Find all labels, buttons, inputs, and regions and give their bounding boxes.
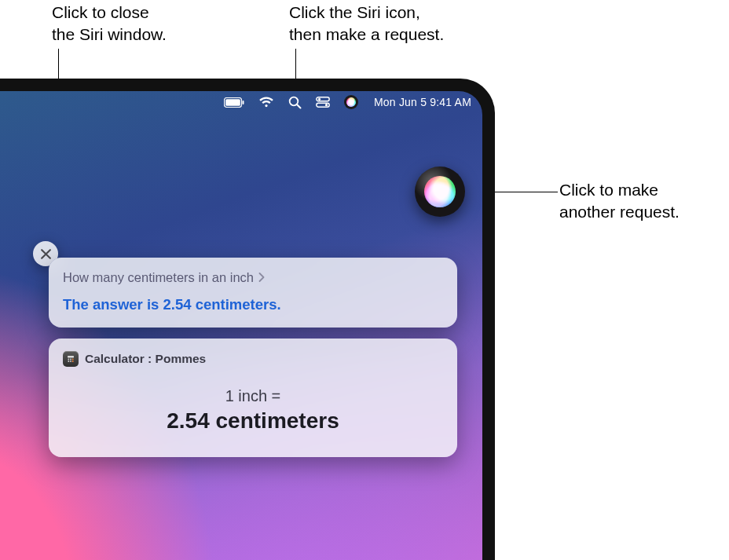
siri-orb-button[interactable] (415, 167, 465, 217)
spotlight-icon[interactable] (288, 91, 302, 113)
svg-rect-12 (68, 356, 74, 357)
callout-menu-siri: Click the Siri icon,then make a request. (289, 2, 444, 46)
battery-icon[interactable] (224, 91, 244, 113)
calculator-card-header: Calculator : Pommes (63, 351, 443, 367)
callout-siri-orb: Click to makeanother request. (559, 179, 680, 224)
calc-line-2: 2.54 centimeters (63, 408, 443, 434)
control-center-icon[interactable] (316, 91, 330, 113)
siri-menu-icon[interactable] (344, 91, 358, 113)
svg-point-14 (70, 359, 71, 361)
siri-icon (424, 176, 456, 207)
siri-answer-text: The answer is 2.54 centimeters. (63, 296, 443, 313)
siri-results: How many centimeters in an inch The answ… (49, 258, 457, 457)
svg-point-6 (318, 98, 321, 101)
svg-point-15 (72, 359, 74, 361)
calc-line-1: 1 inch = (63, 387, 443, 405)
svg-line-4 (297, 104, 300, 108)
callout-close-siri: Click to closethe Siri window. (52, 2, 167, 46)
desktop: Mon Jun 5 9:41 AM How many centimeters i… (0, 91, 482, 560)
callout-text: Click to closethe Siri window. (52, 3, 167, 43)
device-frame: Mon Jun 5 9:41 AM How many centimeters i… (0, 79, 495, 560)
callout-text: Click the Siri icon,then make a request. (289, 3, 444, 43)
svg-rect-2 (242, 101, 244, 104)
siri-answer-card: How many centimeters in an inch The answ… (49, 258, 457, 328)
calculator-card: Calculator : Pommes 1 inch = 2.54 centim… (49, 339, 457, 457)
svg-rect-1 (225, 99, 240, 106)
svg-point-17 (70, 361, 71, 362)
svg-point-18 (72, 361, 74, 362)
menu-bar: Mon Jun 5 9:41 AM (0, 91, 482, 113)
calculator-card-title: Calculator : Pommes (85, 352, 206, 366)
svg-point-16 (68, 361, 69, 362)
wifi-icon[interactable] (258, 91, 274, 113)
calculator-icon (63, 351, 79, 367)
siri-query-text: How many centimeters in an inch (63, 270, 254, 285)
calculator-card-body: 1 inch = 2.54 centimeters (63, 367, 443, 443)
siri-query-row[interactable]: How many centimeters in an inch (63, 270, 443, 285)
svg-point-8 (325, 104, 328, 106)
callout-text: Click to makeanother request. (559, 181, 680, 221)
svg-point-13 (68, 359, 69, 361)
menu-bar-clock[interactable]: Mon Jun 5 9:41 AM (374, 91, 471, 113)
chevron-right-icon (258, 270, 265, 285)
